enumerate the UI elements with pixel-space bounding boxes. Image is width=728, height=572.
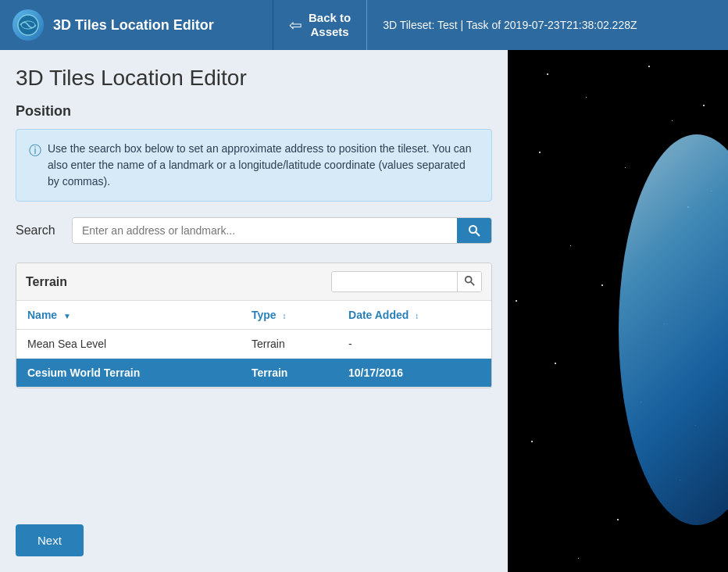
star bbox=[547, 73, 548, 75]
terrain-section-title: Terrain bbox=[26, 275, 331, 289]
star bbox=[570, 245, 571, 246]
planet-arc bbox=[619, 134, 728, 525]
star bbox=[601, 284, 603, 286]
col-type[interactable]: Type ↕ bbox=[241, 301, 337, 330]
logo-icon bbox=[12, 9, 44, 41]
next-button[interactable]: Next bbox=[16, 524, 84, 556]
star bbox=[531, 441, 533, 442]
info-icon: ⓘ bbox=[29, 141, 41, 160]
star bbox=[539, 152, 541, 153]
svg-point-2 bbox=[469, 226, 476, 233]
info-box: ⓘ Use the search box below to set an app… bbox=[16, 129, 492, 202]
search-row: Search bbox=[16, 217, 492, 244]
terrain-header: Terrain bbox=[16, 263, 491, 301]
star bbox=[516, 300, 517, 302]
page-title: 3D Tiles Location Editor bbox=[16, 66, 492, 91]
star bbox=[586, 97, 587, 98]
app-logo: 3D Tiles Location Editor bbox=[0, 0, 273, 50]
back-to-assets-button[interactable]: ⇦ Back toAssets bbox=[273, 0, 367, 50]
terrain-name-cell: Mean Sea Level bbox=[16, 330, 241, 359]
space-background bbox=[508, 50, 728, 572]
terrain-date-cell: - bbox=[337, 330, 491, 359]
terrain-search-button[interactable] bbox=[457, 272, 481, 291]
star bbox=[625, 167, 626, 168]
terrain-date-cell: 10/17/2016 bbox=[337, 359, 491, 388]
star bbox=[703, 105, 705, 106]
back-label: Back toAssets bbox=[309, 11, 351, 39]
star bbox=[672, 120, 673, 121]
terrain-table: Name ▼ Type ↕ Date Added ↕ bbox=[16, 301, 491, 388]
name-sort-icon: ▼ bbox=[63, 312, 71, 320]
type-sort-icon: ↕ bbox=[283, 312, 287, 320]
breadcrumb: 3D Tileset: Test | Task of 2019-07-23T21… bbox=[367, 0, 728, 50]
star bbox=[578, 558, 579, 559]
svg-line-5 bbox=[471, 282, 474, 285]
terrain-search-wrap bbox=[331, 271, 482, 292]
position-section-title: Position bbox=[16, 103, 492, 120]
top-nav: 3D Tiles Location Editor ⇦ Back toAssets… bbox=[0, 0, 728, 50]
star bbox=[617, 519, 619, 520]
info-text: Use the search box below to set an appro… bbox=[48, 141, 479, 190]
date-sort-icon: ↕ bbox=[415, 312, 419, 320]
left-panel: 3D Tiles Location Editor Position ⓘ Use … bbox=[0, 50, 508, 572]
col-name[interactable]: Name ▼ bbox=[16, 301, 241, 330]
star bbox=[648, 66, 650, 67]
back-arrow-icon: ⇦ bbox=[289, 16, 302, 34]
terrain-section: Terrain Name ▼ bbox=[16, 263, 492, 388]
terrain-type-cell: Terrain bbox=[241, 359, 337, 388]
svg-point-4 bbox=[466, 277, 472, 283]
terrain-type-cell: Terrain bbox=[241, 330, 337, 359]
terrain-search-input[interactable] bbox=[332, 272, 457, 291]
terrain-name-cell: Cesium World Terrain bbox=[16, 359, 241, 388]
search-input[interactable] bbox=[73, 218, 457, 243]
right-panel bbox=[508, 50, 728, 572]
star bbox=[555, 363, 556, 364]
table-row[interactable]: Cesium World Terrain Terrain 10/17/2016 bbox=[16, 359, 491, 388]
search-button[interactable] bbox=[457, 218, 491, 243]
app-title: 3D Tiles Location Editor bbox=[53, 17, 214, 34]
table-row[interactable]: Mean Sea Level Terrain - bbox=[16, 330, 491, 359]
svg-line-3 bbox=[476, 232, 480, 236]
table-header-row: Name ▼ Type ↕ Date Added ↕ bbox=[16, 301, 491, 330]
search-label: Search bbox=[16, 223, 62, 238]
search-input-wrap bbox=[72, 217, 492, 244]
col-date-added[interactable]: Date Added ↕ bbox=[337, 301, 491, 330]
main-content: 3D Tiles Location Editor Position ⓘ Use … bbox=[0, 50, 728, 572]
